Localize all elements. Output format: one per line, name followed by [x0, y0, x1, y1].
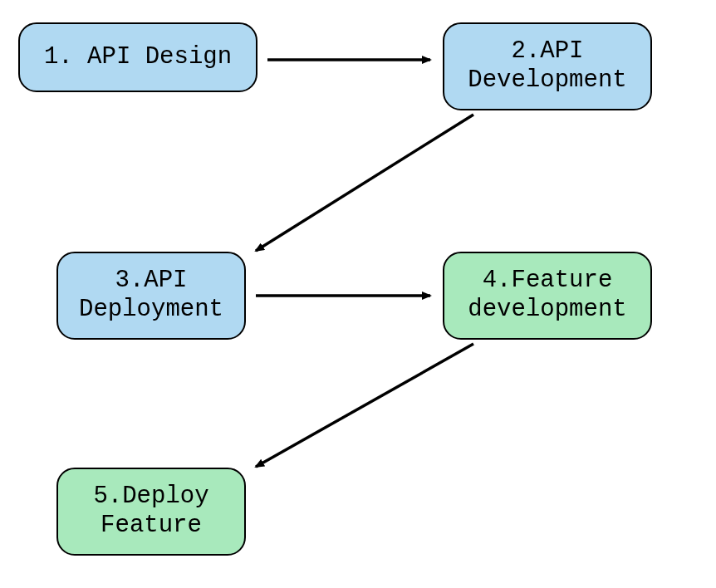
- node-label: 2.API Development: [459, 37, 635, 96]
- arrow-n2-n3: [256, 115, 473, 251]
- node-label: 1. API Design: [44, 43, 232, 72]
- node-api-development: 2.API Development: [443, 22, 652, 110]
- arrow-n4-n5: [256, 344, 473, 467]
- node-label: 4.Feature development: [459, 267, 635, 325]
- node-api-deployment: 3.API Deployment: [56, 252, 246, 340]
- node-api-design: 1. API Design: [18, 22, 257, 92]
- node-label: 5.Deploy Feature: [73, 483, 229, 541]
- node-feature-development: 4.Feature development: [443, 252, 652, 340]
- node-deploy-feature: 5.Deploy Feature: [56, 468, 246, 556]
- node-label: 3.API Deployment: [73, 267, 229, 325]
